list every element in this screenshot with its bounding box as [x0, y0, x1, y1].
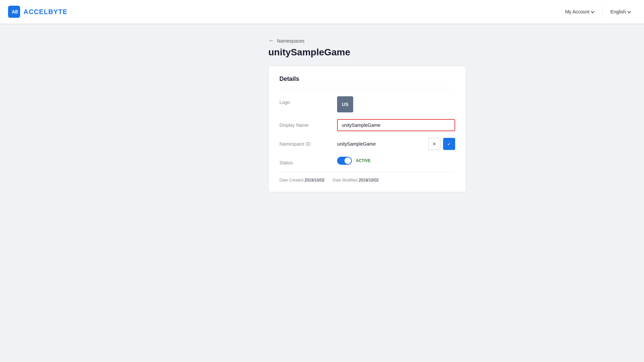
x-icon: ✕ — [432, 141, 436, 147]
namespace-id-content: unitySampleGame ✕ ✓ — [337, 138, 455, 150]
namespace-id-label: Namespace ID — [279, 138, 326, 147]
main-content: ← Namespaces unitySampleGame Details Log… — [121, 24, 523, 206]
back-arrow-icon[interactable]: ← — [268, 37, 274, 44]
status-toggle[interactable] — [337, 157, 352, 165]
language-label: English — [610, 9, 626, 14]
confirm-button[interactable]: ✓ — [443, 138, 455, 150]
my-account-label: My Account — [565, 9, 589, 14]
check-icon: ✓ — [447, 141, 451, 147]
details-card: Details Logo US Display Name Namespace I… — [268, 66, 466, 192]
card-title: Details — [279, 75, 455, 88]
language-button[interactable]: English — [605, 6, 636, 17]
toggle-row: ACTIVE — [337, 157, 455, 165]
brand-icon: AB — [8, 6, 20, 18]
status-badge: ACTIVE — [356, 158, 371, 163]
header-divider — [602, 7, 602, 17]
breadcrumb: ← Namespaces — [268, 37, 523, 44]
header: AB ACCELBYTE My Account English — [0, 0, 644, 24]
toggle-slider — [337, 157, 352, 165]
namespace-id-value: unitySampleGame — [337, 141, 426, 147]
namespace-id-field-row: Namespace ID unitySampleGame ✕ ✓ — [279, 138, 455, 150]
language-chevron-icon — [627, 9, 631, 13]
svg-text:AB: AB — [12, 9, 18, 14]
date-created-value: 2019/10/02 — [305, 178, 325, 183]
logo-box: US — [337, 96, 353, 112]
date-modified-meta: Date Modified 2019/10/02 — [333, 178, 379, 183]
brand-name: ACCELBYTE — [23, 8, 67, 16]
card-footer: Date Created 2019/10/02 Date Modified 20… — [279, 172, 455, 183]
my-account-chevron-icon — [591, 9, 594, 13]
date-created-meta: Date Created 2019/10/02 — [279, 178, 325, 183]
date-modified-value: 2019/10/02 — [359, 178, 379, 183]
display-name-input[interactable] — [337, 119, 455, 131]
logo-content: US — [337, 96, 455, 112]
logo-label: Logo — [279, 96, 326, 105]
status-field-row: Status ACTIVE — [279, 157, 455, 165]
date-modified-label: Date Modified — [333, 178, 358, 183]
status-label: Status — [279, 157, 326, 165]
logo-area: AB ACCELBYTE — [8, 6, 67, 18]
status-content: ACTIVE — [337, 157, 455, 165]
display-name-field-row: Display Name — [279, 119, 455, 131]
date-created-label: Date Created — [279, 178, 303, 183]
my-account-button[interactable]: My Account — [560, 6, 599, 17]
display-name-content — [337, 119, 455, 131]
logo-field-row: Logo US — [279, 96, 455, 112]
cancel-button[interactable]: ✕ — [428, 138, 440, 150]
page-title: unitySampleGame — [268, 47, 523, 58]
display-name-label: Display Name — [279, 119, 326, 128]
namespace-id-row: unitySampleGame ✕ ✓ — [337, 138, 455, 150]
breadcrumb-namespaces[interactable]: Namespaces — [277, 38, 305, 44]
header-right: My Account English — [560, 6, 636, 17]
